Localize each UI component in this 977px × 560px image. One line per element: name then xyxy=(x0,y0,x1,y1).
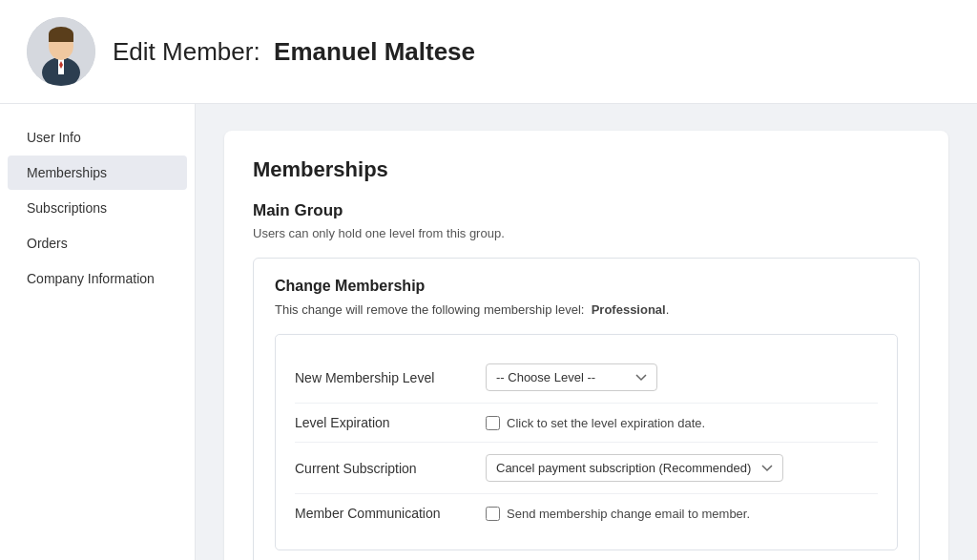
member-communication-checkbox-row: Send membership change email to member. xyxy=(486,507,878,521)
form-row-current-subscription: Current Subscription Cancel payment subs… xyxy=(295,443,878,494)
group-description: Users can only hold one level from this … xyxy=(253,226,920,240)
title-prefix: Edit Member: xyxy=(113,37,260,66)
main-content: Memberships Main Group Users can only ho… xyxy=(196,104,977,560)
page-wrapper: Edit Member: Emanuel Maltese User Info M… xyxy=(0,0,977,560)
svg-rect-6 xyxy=(49,34,73,42)
sidebar-item-subscriptions[interactable]: Subscriptions xyxy=(8,191,187,225)
form-row-member-communication: Member Communication Send membership cha… xyxy=(295,494,878,532)
title-name: Emanuel Maltese xyxy=(274,37,475,66)
section-title: Memberships xyxy=(253,157,920,182)
change-membership-title: Change Membership xyxy=(275,278,898,295)
form-row-new-membership: New Membership Level -- Choose Level -- xyxy=(295,352,878,404)
current-subscription-control: Cancel payment subscription (Recommended… xyxy=(486,454,878,482)
sidebar-item-orders[interactable]: Orders xyxy=(8,226,187,260)
group-title: Main Group xyxy=(253,201,920,220)
form-row-level-expiration: Level Expiration Click to set the level … xyxy=(295,404,878,443)
form-inner: New Membership Level -- Choose Level -- … xyxy=(275,334,898,550)
avatar xyxy=(27,17,95,86)
sidebar-item-company-information[interactable]: Company Information xyxy=(8,261,187,296)
level-expiration-checkbox-label: Click to set the level expiration date. xyxy=(507,416,705,430)
content-card: Memberships Main Group Users can only ho… xyxy=(224,131,948,560)
level-expiration-label: Level Expiration xyxy=(295,415,486,430)
current-subscription-select[interactable]: Cancel payment subscription (Recommended… xyxy=(486,454,783,482)
content-area: User Info Memberships Subscriptions Orde… xyxy=(0,104,977,560)
header: Edit Member: Emanuel Maltese xyxy=(0,0,977,104)
new-membership-control: -- Choose Level -- xyxy=(486,363,878,391)
change-membership-card: Change Membership This change will remov… xyxy=(253,258,920,560)
level-expiration-control: Click to set the level expiration date. xyxy=(486,416,878,430)
sidebar-item-user-info[interactable]: User Info xyxy=(8,120,187,155)
sidebar: User Info Memberships Subscriptions Orde… xyxy=(0,104,196,560)
member-communication-control: Send membership change email to member. xyxy=(486,507,878,521)
sidebar-item-memberships[interactable]: Memberships xyxy=(8,156,187,190)
level-expiration-checkbox-row: Click to set the level expiration date. xyxy=(486,416,878,430)
member-communication-checkbox[interactable] xyxy=(486,507,500,521)
new-membership-level-label: New Membership Level xyxy=(295,370,486,385)
new-membership-select[interactable]: -- Choose Level -- xyxy=(486,363,657,391)
member-communication-label: Member Communication xyxy=(295,506,486,521)
level-expiration-checkbox[interactable] xyxy=(486,416,500,430)
member-communication-checkbox-label: Send membership change email to member. xyxy=(507,507,750,521)
current-subscription-label: Current Subscription xyxy=(295,461,486,476)
page-title: Edit Member: Emanuel Maltese xyxy=(113,37,475,67)
change-description: This change will remove the following me… xyxy=(275,302,898,317)
current-membership-level: Professional xyxy=(592,302,666,317)
